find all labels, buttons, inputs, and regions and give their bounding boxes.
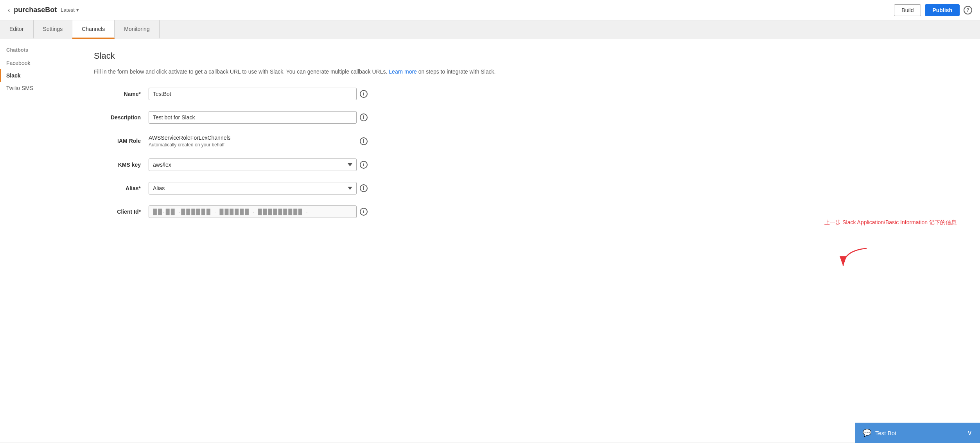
form-section: Name* i Description i xyxy=(94,88,368,218)
iam-info-icon[interactable]: i xyxy=(360,137,368,145)
clientid-info-icon[interactable]: i xyxy=(360,208,368,216)
test-bot-bar[interactable]: 💬 Test Bot ∨ xyxy=(855,423,980,442)
header: ‹ purchaseBot Latest ▾ Build Publish ? xyxy=(0,0,980,20)
form-row-name: Name* i xyxy=(94,88,368,100)
alias-label: Alias* xyxy=(94,182,149,191)
name-field: i xyxy=(149,88,368,100)
tab-bar: Editor Settings Channels Monitoring xyxy=(0,20,980,39)
back-button[interactable]: ‹ xyxy=(8,7,10,14)
red-arrow xyxy=(839,247,871,271)
name-info-icon[interactable]: i xyxy=(360,90,368,98)
kms-info-icon[interactable]: i xyxy=(360,161,368,169)
clientid-field: ██·██ ·██████ · ██████ · █████████ · i xyxy=(149,205,368,218)
description-input[interactable] xyxy=(149,111,357,124)
description-field: i xyxy=(149,111,368,124)
name-input-wrapper: i xyxy=(149,88,368,100)
clientid-input-wrapper: ██·██ ·██████ · ██████ · █████████ · i xyxy=(149,205,368,218)
tab-channels[interactable]: Channels xyxy=(72,20,115,39)
kms-select[interactable]: aws/lex(default)custom xyxy=(149,158,357,171)
page-title: Slack xyxy=(94,51,964,61)
annotation-text: 上一步 Slack Application/Basic Information … xyxy=(824,219,957,226)
description-info-icon[interactable]: i xyxy=(360,113,368,121)
tab-monitoring[interactable]: Monitoring xyxy=(115,20,159,39)
header-right: Build Publish ? xyxy=(894,4,972,16)
sidebar-item-slack[interactable]: Slack xyxy=(0,69,78,82)
description-part1: Fill in the form below and click activat… xyxy=(94,68,387,75)
alias-input-wrapper: AliasLatestProdDev i xyxy=(149,182,368,194)
tab-settings[interactable]: Settings xyxy=(34,20,73,39)
alias-info-icon[interactable]: i xyxy=(360,184,368,192)
sidebar-item-twilio[interactable]: Twilio SMS xyxy=(0,82,78,94)
description-part2-text: on steps to integrate with Slack. xyxy=(418,68,496,75)
clientid-masked[interactable]: ██·██ ·██████ · ██████ · █████████ · xyxy=(149,205,357,218)
description-label: Description xyxy=(94,111,149,121)
sidebar-item-facebook[interactable]: Facebook xyxy=(0,57,78,69)
tab-editor[interactable]: Editor xyxy=(0,20,34,39)
page-description: Fill in the form below and click activat… xyxy=(94,67,964,76)
test-bot-label: Test Bot xyxy=(875,430,896,436)
form-row-clientid: Client Id* ██·██ ·██████ · ██████ · ████… xyxy=(94,205,368,218)
form-row-kms: KMS key aws/lex(default)custom i xyxy=(94,158,368,171)
chat-icon: 💬 xyxy=(863,429,871,437)
build-button[interactable]: Build xyxy=(894,4,921,16)
clientid-label: Client Id* xyxy=(94,205,149,215)
name-label: Name* xyxy=(94,88,149,97)
bot-name: purchaseBot xyxy=(14,6,57,14)
kms-field: aws/lex(default)custom i xyxy=(149,158,368,171)
sidebar-section-title: Chatbots xyxy=(0,47,78,57)
learn-more-link[interactable]: Learn more xyxy=(389,68,417,75)
form-row-iam: IAM Role AWSServiceRoleForLexChannels Au… xyxy=(94,135,368,148)
kms-label: KMS key xyxy=(94,158,149,168)
content-area: Slack Fill in the form below and click a… xyxy=(78,39,980,442)
iam-label: IAM Role xyxy=(94,135,149,144)
kms-input-wrapper: aws/lex(default)custom i xyxy=(149,158,368,171)
version-label: Latest xyxy=(61,7,74,13)
iam-role-sub: Automatically created on your behalf xyxy=(149,142,357,148)
iam-input-wrapper: AWSServiceRoleForLexChannels Automatical… xyxy=(149,135,368,148)
iam-role-name: AWSServiceRoleForLexChannels xyxy=(149,135,357,141)
chevron-down-icon: ∨ xyxy=(967,429,972,437)
form-row-description: Description i xyxy=(94,111,368,124)
main-layout: Chatbots Facebook Slack Twilio SMS Slack… xyxy=(0,39,980,442)
header-left: ‹ purchaseBot Latest ▾ xyxy=(8,6,79,14)
sidebar: Chatbots Facebook Slack Twilio SMS xyxy=(0,39,78,442)
form-row-alias: Alias* AliasLatestProdDev i xyxy=(94,182,368,194)
help-icon[interactable]: ? xyxy=(964,6,972,14)
name-input[interactable] xyxy=(149,88,357,100)
description-input-wrapper: i xyxy=(149,111,368,124)
iam-field: AWSServiceRoleForLexChannels Automatical… xyxy=(149,135,368,148)
test-bot-left: 💬 Test Bot xyxy=(863,429,896,437)
alias-field: AliasLatestProdDev i xyxy=(149,182,368,194)
version-selector[interactable]: Latest ▾ xyxy=(61,7,79,13)
publish-button[interactable]: Publish xyxy=(925,4,960,16)
alias-select[interactable]: AliasLatestProdDev xyxy=(149,182,357,194)
version-chevron-icon: ▾ xyxy=(76,7,79,13)
